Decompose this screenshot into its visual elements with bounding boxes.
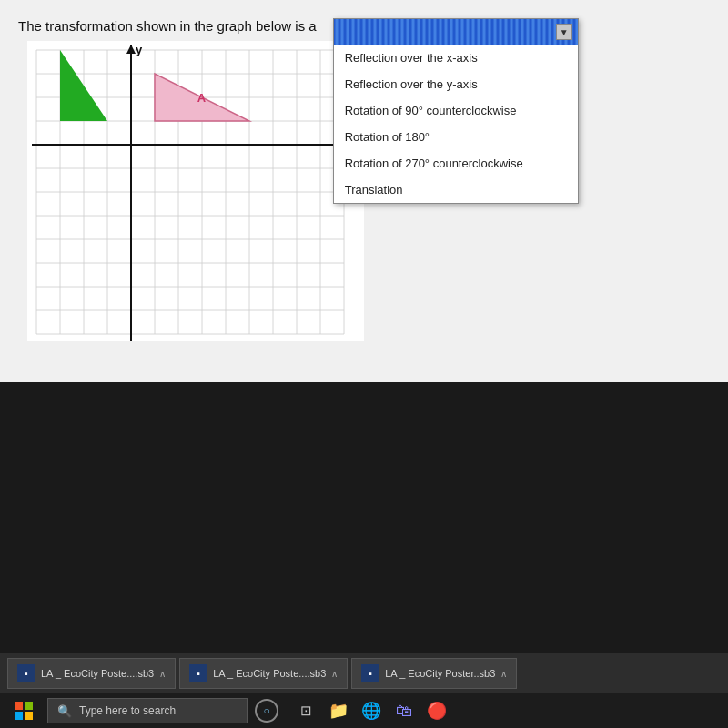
taskbar-item-1[interactable]: ▪LA _ EcoCity Poste....sb3∧: [179, 658, 348, 689]
dropdown-item-rotation-180[interactable]: Rotation of 180°: [334, 124, 578, 150]
taskbar-item-2[interactable]: ▪LA _ EcoCity Poster..sb3∧: [351, 658, 517, 689]
cortana-button[interactable]: ○: [255, 699, 278, 723]
worksheet: The transformation shown in the graph be…: [0, 0, 728, 382]
dropdown-options: Reflection over the x-axisReflection ove…: [334, 45, 578, 203]
search-bar[interactable]: 🔍 Type here to search: [47, 698, 248, 723]
dropdown-item-rotation-270[interactable]: Rotation of 270° counterclockwise: [334, 150, 578, 177]
chrome-icon: 🔴: [427, 701, 447, 721]
svg-rect-2: [15, 712, 23, 720]
chrome-button[interactable]: 🔴: [426, 700, 448, 722]
dropdown-arrow-icon[interactable]: ▼: [556, 24, 572, 40]
edge-button[interactable]: 🌐: [360, 700, 382, 722]
taskbar-item-0[interactable]: ▪LA _ EcoCity Poste....sb3∧: [7, 658, 176, 689]
taskbar-item-label-1: LA _ EcoCity Poste....sb3: [213, 668, 326, 679]
task-view-button[interactable]: ⊡: [295, 700, 317, 722]
taskbar-item-icon-1: ▪: [189, 664, 207, 682]
cortana-icon: ○: [263, 704, 269, 717]
dropdown-box[interactable]: ▼ Reflection over the x-axisReflection o…: [333, 18, 579, 204]
svg-rect-0: [15, 702, 23, 710]
dropdown-item-reflection-y[interactable]: Reflection over the y-axis: [334, 71, 578, 97]
windows-logo-icon: [14, 701, 34, 721]
taskbar-item-chevron-2: ∧: [500, 669, 507, 679]
taskbar-item-icon-0: ▪: [17, 664, 35, 682]
question-text: The transformation shown in the graph be…: [18, 18, 317, 34]
file-explorer-button[interactable]: 📁: [328, 700, 349, 722]
start-button[interactable]: [7, 698, 40, 723]
taskbar-item-chevron-1: ∧: [331, 669, 338, 679]
dropdown-item-translation[interactable]: Translation: [334, 177, 578, 203]
dropdown-wrapper[interactable]: ▼ Reflection over the x-axisReflection o…: [333, 18, 579, 218]
taskbar-items-container: ▪LA _ EcoCity Poste....sb3∧▪LA _ EcoCity…: [7, 658, 517, 689]
svg-rect-1: [25, 702, 33, 710]
store-button[interactable]: 🛍: [393, 700, 415, 722]
taskbar-top: ▪LA _ EcoCity Poste....sb3∧▪LA _ EcoCity…: [0, 653, 728, 693]
graph-area: [27, 41, 364, 341]
dropdown-header[interactable]: ▼: [334, 19, 578, 45]
taskbar-icons: ⊡ 📁 🌐 🛍 🔴: [295, 700, 448, 722]
taskbar-item-icon-2: ▪: [361, 664, 379, 682]
svg-rect-3: [25, 712, 33, 720]
taskbar-item-chevron-0: ∧: [159, 669, 166, 679]
search-icon: 🔍: [57, 704, 72, 718]
taskbar-item-label-2: LA _ EcoCity Poster..sb3: [385, 668, 495, 679]
task-view-icon: ⊡: [300, 703, 312, 719]
edge-icon: 🌐: [361, 701, 381, 721]
search-input[interactable]: Type here to search: [79, 704, 176, 717]
dropdown-item-reflection-x[interactable]: Reflection over the x-axis: [334, 45, 578, 71]
coordinate-graph: [27, 41, 364, 341]
taskbar-item-label-0: LA _ EcoCity Poste....sb3: [41, 668, 154, 679]
taskbar-bottom: 🔍 Type here to search ○ ⊡ 📁 🌐 🛍 🔴: [0, 693, 728, 728]
folder-icon: 📁: [329, 701, 349, 721]
taskbar: ▪LA _ EcoCity Poste....sb3∧▪LA _ EcoCity…: [0, 653, 728, 728]
store-icon: 🛍: [396, 702, 412, 721]
dropdown-item-rotation-90[interactable]: Rotation of 90° counterclockwise: [334, 97, 578, 124]
